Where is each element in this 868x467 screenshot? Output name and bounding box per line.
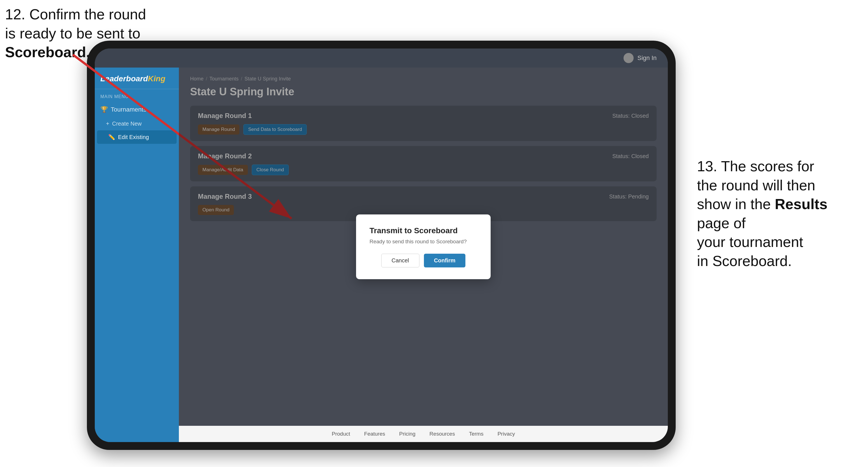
sidebar-edit-label: Edit Existing — [118, 134, 149, 141]
app-container: Sign In LeaderboardKing MAIN MENU 🏆 Tour… — [95, 49, 668, 442]
annotation-right-bold: Results — [775, 196, 828, 212]
confirm-button[interactable]: Confirm — [424, 254, 466, 268]
trophy-icon: 🏆 — [100, 106, 108, 113]
plus-icon: + — [106, 121, 109, 127]
footer-privacy[interactable]: Privacy — [497, 431, 515, 437]
modal-box: Transmit to Scoreboard Ready to send thi… — [356, 214, 491, 279]
sidebar-tournaments-label: Tournaments — [111, 106, 146, 113]
annotation-right-l4r: page of — [697, 215, 746, 231]
logo-leaderboard: Leaderboard — [100, 74, 148, 83]
logo-king: King — [148, 74, 165, 83]
sidebar-item-edit-existing[interactable]: ✏️ Edit Existing — [97, 130, 177, 144]
sign-in-label[interactable]: Sign In — [638, 54, 657, 62]
main-area: LeaderboardKing MAIN MENU 🏆 Tournaments … — [95, 67, 668, 442]
annotation-line1: 12. Confirm the round — [5, 6, 146, 23]
annotation-right-l3: show in the — [697, 196, 771, 212]
nav-user-area: Sign In — [623, 53, 657, 63]
top-nav: Sign In — [95, 49, 668, 67]
edit-icon: ✏️ — [108, 134, 115, 141]
logo-text: LeaderboardKing — [100, 74, 165, 83]
annotation-right-l6: in Scoreboard. — [697, 253, 792, 269]
main-menu-label: MAIN MENU — [95, 89, 179, 102]
sidebar: LeaderboardKing MAIN MENU 🏆 Tournaments … — [95, 67, 179, 442]
sidebar-item-tournaments[interactable]: 🏆 Tournaments — [95, 102, 179, 117]
avatar — [623, 53, 633, 63]
annotation-right: 13. The scores for the round will then s… — [697, 157, 860, 271]
footer-pricing[interactable]: Pricing — [399, 431, 415, 437]
annotation-line2: is ready to be sent to — [5, 25, 141, 41]
annotation-right-l5: your tournament — [697, 234, 803, 250]
sidebar-item-create-new[interactable]: + Create New — [95, 117, 179, 130]
sidebar-create-label: Create New — [112, 121, 142, 127]
annotation-top-left: 12. Confirm the round is ready to be sen… — [5, 5, 146, 62]
tablet-frame: Sign In LeaderboardKing MAIN MENU 🏆 Tour… — [87, 41, 676, 450]
modal-subtitle: Ready to send this round to Scoreboard? — [370, 239, 477, 245]
tablet-screen: Sign In LeaderboardKing MAIN MENU 🏆 Tour… — [95, 49, 668, 442]
annotation-right-l2: the round will then — [697, 177, 815, 193]
annotation-line3-bold: Scoreboard. — [5, 44, 90, 60]
modal-actions: Cancel Confirm — [370, 254, 477, 268]
footer-features[interactable]: Features — [364, 431, 385, 437]
footer-product[interactable]: Product — [332, 431, 350, 437]
modal-title: Transmit to Scoreboard — [370, 226, 477, 235]
footer-resources[interactable]: Resources — [430, 431, 455, 437]
content-area: Home / Tournaments / State U Spring Invi… — [179, 67, 668, 426]
footer-terms[interactable]: Terms — [469, 431, 484, 437]
cancel-button[interactable]: Cancel — [381, 254, 420, 268]
modal-overlay: Transmit to Scoreboard Ready to send thi… — [179, 67, 668, 426]
annotation-right-l1: 13. The scores for — [697, 158, 814, 174]
sidebar-logo: LeaderboardKing — [95, 74, 179, 89]
footer-bar: Product Features Pricing Resources Terms… — [179, 426, 668, 442]
